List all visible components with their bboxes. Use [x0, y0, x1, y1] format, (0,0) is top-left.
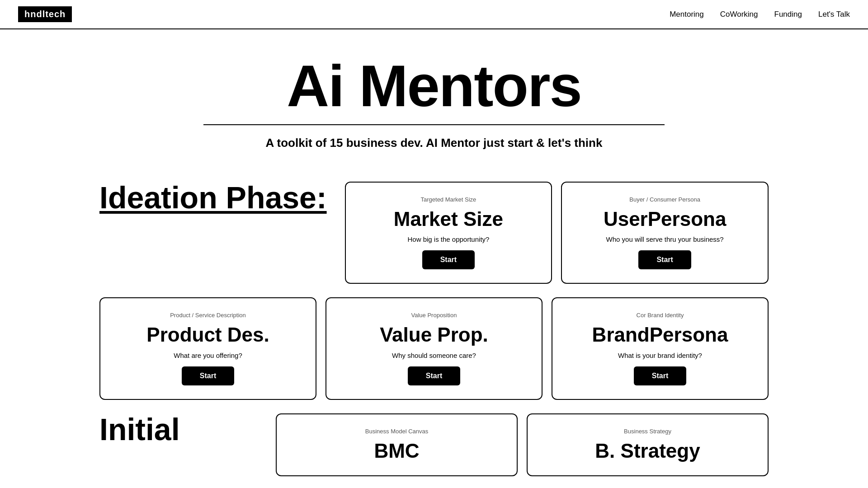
- card-product-des: Product / Service Description Product De…: [99, 297, 316, 399]
- card-brand-persona-description: What is your brand identity?: [618, 352, 702, 359]
- logo: hndltech: [18, 6, 72, 22]
- initial-cards: Business Model Canvas BMC Business Strat…: [276, 413, 769, 476]
- card-bmc: Business Model Canvas BMC: [276, 413, 518, 476]
- card-b-strategy-title: B. Strategy: [595, 440, 700, 462]
- card-market-size-title: Market Size: [394, 208, 503, 230]
- hero-section: Ai Mentors A toolkit of 15 business dev.…: [0, 29, 868, 164]
- card-value-prop-start-button[interactable]: Start: [408, 366, 460, 385]
- card-product-des-category: Product / Service Description: [170, 312, 246, 319]
- card-value-prop-description: Why should someone care?: [392, 352, 476, 359]
- ideation-cards-row1: Targeted Market Size Market Size How big…: [345, 182, 769, 284]
- initial-phase-label: Initial: [99, 413, 258, 446]
- card-user-persona-start-button[interactable]: Start: [638, 250, 691, 269]
- ideation-phase-title: Ideation Phase:: [99, 182, 327, 214]
- card-user-persona: Buyer / Consumer Persona UserPersona Who…: [561, 182, 769, 284]
- main-content: Ideation Phase: Targeted Market Size Mar…: [0, 164, 868, 488]
- hero-subtitle: A toolkit of 15 business dev. AI Mentor …: [18, 136, 850, 150]
- card-user-persona-title: UserPersona: [604, 208, 726, 230]
- card-brand-persona-start-button[interactable]: Start: [634, 366, 686, 385]
- card-market-size: Targeted Market Size Market Size How big…: [345, 182, 552, 284]
- nav-funding[interactable]: Funding: [774, 10, 802, 19]
- navbar: hndltech Mentoring CoWorking Funding Let…: [0, 0, 868, 29]
- card-brand-persona: Cor Brand Identity BrandPersona What is …: [552, 297, 769, 399]
- nav-links: Mentoring CoWorking Funding Let's Talk: [670, 10, 850, 19]
- card-b-strategy: Business Strategy B. Strategy: [527, 413, 769, 476]
- card-b-strategy-category: Business Strategy: [624, 428, 671, 435]
- card-value-prop: Value Proposition Value Prop. Why should…: [326, 297, 542, 399]
- card-user-persona-description: Who you will serve thru your business?: [606, 235, 724, 243]
- card-market-size-description: How big is the opportunity?: [407, 235, 489, 243]
- initial-phase-title: Initial: [99, 413, 258, 446]
- card-value-prop-category: Value Proposition: [411, 312, 457, 319]
- page-title: Ai Mentors: [18, 56, 850, 115]
- hero-divider: [203, 124, 665, 125]
- card-product-des-title: Product Des.: [146, 324, 269, 346]
- nav-letstalk[interactable]: Let's Talk: [818, 10, 850, 19]
- card-user-persona-category: Buyer / Consumer Persona: [629, 196, 700, 203]
- card-brand-persona-title: BrandPersona: [592, 324, 728, 346]
- card-value-prop-title: Value Prop.: [380, 324, 488, 346]
- ideation-phase-label: Ideation Phase:: [99, 182, 327, 214]
- card-bmc-category: Business Model Canvas: [365, 428, 428, 435]
- card-product-des-start-button[interactable]: Start: [182, 366, 234, 385]
- card-product-des-description: What are you offering?: [174, 352, 242, 359]
- initial-phase-section: Initial Business Model Canvas BMC Busine…: [99, 413, 769, 476]
- card-market-size-start-button[interactable]: Start: [422, 250, 475, 269]
- nav-mentoring[interactable]: Mentoring: [670, 10, 704, 19]
- card-bmc-title: BMC: [374, 440, 419, 462]
- ideation-cards-row2: Product / Service Description Product De…: [99, 297, 769, 399]
- nav-coworking[interactable]: CoWorking: [720, 10, 758, 19]
- card-market-size-category: Targeted Market Size: [421, 196, 476, 203]
- ideation-phase-section: Ideation Phase: Targeted Market Size Mar…: [99, 182, 769, 284]
- card-brand-persona-category: Cor Brand Identity: [637, 312, 684, 319]
